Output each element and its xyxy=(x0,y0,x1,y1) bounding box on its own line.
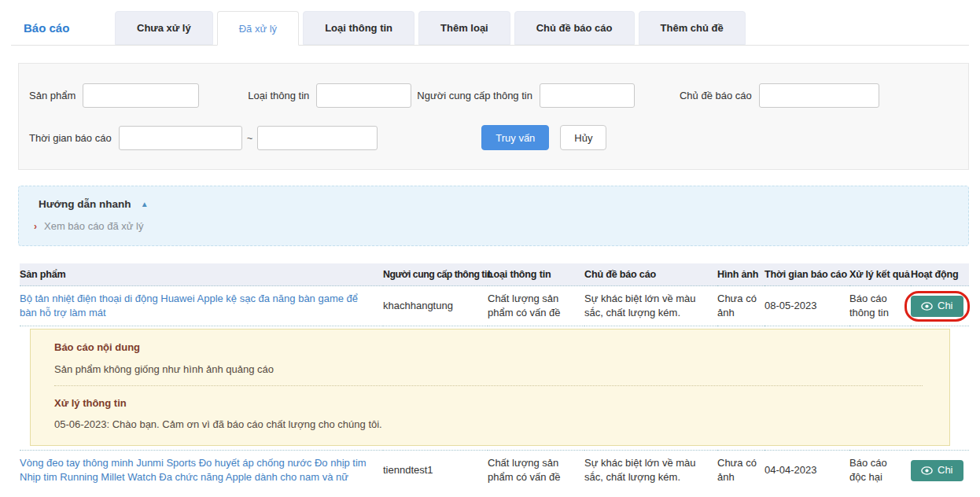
query-button[interactable]: Truy vấn xyxy=(481,125,549,150)
tab-da-xu-ly[interactable]: Đã xử lý xyxy=(217,11,299,46)
detail-button-label: Chi xyxy=(938,299,953,313)
report-time-from-input[interactable] xyxy=(119,126,242,150)
product-link[interactable]: Vòng đeo tay thông minh Junmi Sports Đo … xyxy=(20,457,367,483)
tab-chua-xu-ly[interactable]: Chưa xử lý xyxy=(115,11,213,45)
topic-cell: Sự khác biệt lớn về màu sắc, chất lượng … xyxy=(584,286,717,326)
col-image: Hình ảnh xyxy=(717,263,764,286)
filter-panel: Sản phẩm Loại thông tin Người cung cấp t… xyxy=(18,63,969,170)
supplier-filter-label: Người cung cấp thông tin xyxy=(417,90,532,101)
detail-row: Báo cáo nội dung Sản phẩm không giống nh… xyxy=(20,326,969,451)
col-topic: Chủ đề báo cáo xyxy=(584,263,717,286)
bullet-icon: › xyxy=(34,221,37,232)
tab-them-loai[interactable]: Thêm loại xyxy=(418,11,510,45)
topic-cell: Sự khác biệt lớn về màu sắc, chất lượng … xyxy=(584,451,717,491)
product-filter-label: Sản phẩm xyxy=(29,90,76,101)
supplier-cell: tienndtest1 xyxy=(383,451,488,491)
report-detail-box: Báo cáo nội dung Sản phẩm không giống nh… xyxy=(30,329,950,446)
detail-divider xyxy=(54,385,923,386)
eye-icon xyxy=(921,466,933,475)
tab-chu-de-bao-cao[interactable]: Chủ đề báo cáo xyxy=(514,11,635,45)
tab-loai-thong-tin[interactable]: Loại thông tin xyxy=(303,11,414,45)
reports-table: Sản phẩm Người cung cấp thông tin Loại t… xyxy=(20,263,969,491)
col-action: Hoạt động xyxy=(911,263,969,286)
report-time-to-input[interactable] xyxy=(257,126,378,150)
info-type-cell: Chất lượng sản phẩm có vấn đề xyxy=(488,286,584,326)
supplier-filter-input[interactable] xyxy=(540,83,635,108)
detail-button[interactable]: Chi xyxy=(911,296,963,317)
col-supplier: Người cung cấp thông tin xyxy=(383,263,488,286)
report-time-cell: 04-04-2023 xyxy=(764,451,849,491)
supplier-cell: khachhangtung xyxy=(383,286,488,326)
report-content-title: Báo cáo nội dung xyxy=(54,341,923,355)
result-cell: Báo cáo độc hại xyxy=(849,451,911,491)
tab-list: Chưa xử lý Đã xử lý Loại thông tin Thêm … xyxy=(115,11,750,45)
view-processed-reports-link[interactable]: Xem báo cáo đã xử lý xyxy=(44,220,144,232)
cancel-button[interactable]: Hủy xyxy=(560,125,606,150)
detail-button[interactable]: Chi xyxy=(911,460,963,481)
col-report-time: Thời gian báo cáo xyxy=(764,263,849,286)
tab-bar: Báo cáo Chưa xử lý Đã xử lý Loại thông t… xyxy=(11,11,969,46)
report-content-text: Sản phẩm không giống như hình ảnh quảng … xyxy=(54,363,923,377)
result-cell: Báo cáo thông tin xyxy=(849,286,911,326)
detail-button-label: Chi xyxy=(938,463,953,477)
quick-guide-title: Hướng dẫn nhanh xyxy=(39,198,131,210)
col-info-type: Loại thông tin xyxy=(488,263,584,286)
quick-guide-panel: Hướng dẫn nhanh ▲ › Xem báo cáo đã xử lý xyxy=(18,186,969,246)
table-row: Bộ tản nhiệt điện thoại di động Huawei A… xyxy=(20,286,969,326)
process-info-title: Xử lý thông tin xyxy=(54,396,923,410)
product-filter-input[interactable] xyxy=(83,83,199,108)
collapse-icon[interactable]: ▲ xyxy=(141,200,149,208)
eye-icon xyxy=(921,302,933,311)
report-time-cell: 08-05-2023 xyxy=(764,286,849,326)
image-cell: Chưa có ảnh xyxy=(717,451,764,491)
col-result: Xử lý kết quả xyxy=(849,263,911,286)
col-product: Sản phẩm xyxy=(20,263,383,286)
topic-filter-label: Chủ đề báo cáo xyxy=(680,90,752,101)
report-time-filter-label: Thời gian báo cáo xyxy=(29,132,112,144)
page-title: Báo cáo xyxy=(11,11,104,45)
table-header-row: Sản phẩm Người cung cấp thông tin Loại t… xyxy=(20,263,969,286)
date-range-separator: ~ xyxy=(247,132,253,144)
product-link[interactable]: Bộ tản nhiệt điện thoại di động Huawei A… xyxy=(20,293,358,318)
image-cell: Chưa có ảnh xyxy=(717,286,764,326)
info-type-filter-label: Loại thông tin xyxy=(248,90,309,101)
process-info-text: 05-06-2023: Chào bạn. Cảm ơn vì đã báo c… xyxy=(54,418,923,432)
info-type-filter-input[interactable] xyxy=(316,83,411,108)
info-type-cell: Chất lượng sản phẩm có vấn đề xyxy=(488,451,584,491)
tab-them-chu-de[interactable]: Thêm chủ đề xyxy=(639,11,746,45)
list-item: › Xem báo cáo đã xử lý xyxy=(19,220,968,232)
table-row: Vòng đeo tay thông minh Junmi Sports Đo … xyxy=(20,451,969,491)
topic-filter-input[interactable] xyxy=(759,83,879,108)
